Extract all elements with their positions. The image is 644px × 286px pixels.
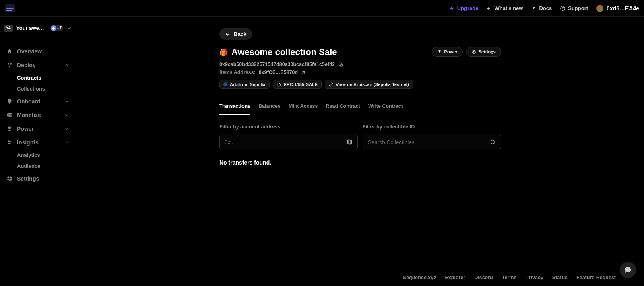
standard-chip[interactable]: ERC-1155-SALE [273,80,322,89]
svg-point-4 [8,113,12,115]
svg-point-1 [8,63,9,65]
paste-icon[interactable] [346,139,353,145]
whats-new-link[interactable]: What's new [486,5,523,11]
back-label: Back [234,31,246,37]
sidebar-item-deploy[interactable]: Deploy [3,59,73,72]
trophy-icon [6,126,13,132]
whats-new-label: What's new [494,5,523,11]
items-address: 0x9fC6…E5870d [259,70,298,75]
filter-collectible-label: Filter by collectible ID [363,124,501,130]
sidebar-item-overview[interactable]: Overview [3,45,73,58]
filter-collectible-input[interactable] [368,139,489,145]
chain-count: +7 [57,26,62,30]
svg-point-3 [9,66,10,67]
sidebar-item-collections[interactable]: Collections [17,83,73,94]
sidebar-item-contracts[interactable]: Contracts [17,72,73,83]
sidebar-item-label: Deploy [17,62,36,68]
support-link[interactable]: Support [560,5,588,11]
project-selector[interactable]: YA Your aweso… ◆ +7 [0,17,76,39]
network-icon [223,82,227,86]
svg-point-5 [8,140,10,142]
lightbulb-icon [6,98,13,105]
explorer-chip[interactable]: View on Arbiscan (Sepolia Testnet) [325,80,413,89]
network-chip[interactable]: Arbitrum Sepolia [219,80,270,89]
gear-icon [6,175,13,182]
page-title: Awesome collection Sale [231,47,337,58]
svg-point-12 [491,140,494,144]
external-link-icon[interactable] [301,70,306,75]
chain-icon: ◆ [51,25,56,31]
footer-link-privacy[interactable]: Privacy [525,275,543,280]
wallet-address: 0xd6…EA4e [607,5,639,12]
tabs: Transactions Balances Mint Access Read C… [219,99,501,115]
copy-icon[interactable] [338,62,343,67]
wallet-avatar-icon [596,5,603,12]
app-logo[interactable] [5,4,15,12]
sidebar-item-label: Overview [17,48,42,55]
chevron-down-icon [64,99,70,104]
power-button[interactable]: Power [432,47,463,57]
sidebar-item-onboard[interactable]: Onboard [3,95,73,108]
home-icon [6,48,13,55]
tab-read-contract[interactable]: Read Contract [326,99,360,115]
topbar: Upgrade What's new Docs Support [0,0,644,17]
upgrade-label: Upgrade [457,5,479,11]
sidebar: YA Your aweso… ◆ +7 Overview [0,17,76,286]
filter-account-input[interactable] [225,139,346,145]
sidebar-item-audience[interactable]: Audience [17,160,73,171]
link-icon [329,82,333,87]
settings-button[interactable]: Settings [466,47,501,57]
chevron-down-icon [64,126,70,132]
sidebar-item-insights[interactable]: Insights [3,136,73,149]
svg-point-6 [10,141,11,142]
trophy-icon [437,49,442,54]
footer-link-feature-request[interactable]: Feature Request [576,275,616,280]
sidebar-item-label: Power [17,126,34,132]
gear-icon [471,49,476,54]
chat-icon [624,266,632,274]
chevron-down-icon [66,25,72,31]
project-avatar: YA [4,25,13,32]
main-content: Back 🎁 Awesome collection Sale Power [76,17,644,286]
sidebar-item-label: Insights [17,139,39,146]
tab-mint-access[interactable]: Mint Access [289,99,318,115]
search-icon[interactable] [489,139,496,145]
footer-link-terms[interactable]: Terms [502,275,517,280]
tab-write-contract[interactable]: Write Contract [368,99,403,115]
sidebar-item-monetize[interactable]: Monetize [3,109,73,121]
chat-fab[interactable] [620,262,636,278]
filter-account-label: Filter by account address [219,124,358,130]
sidebar-item-settings[interactable]: Settings [3,172,73,185]
footer-link-sequence[interactable]: Sequence.xyz [403,275,436,280]
footer-link-discord[interactable]: Discord [474,275,493,280]
sidebar-item-power[interactable]: Power [3,122,73,135]
footer: Sequence.xyz Explorer Discord Terms Priv… [76,270,644,286]
standard-label: ERC-1155-SALE [284,82,318,87]
bolt-icon [449,6,455,11]
sidebar-item-label: Onboard [17,98,40,105]
megaphone-icon [486,6,492,11]
explorer-label: View on Arbiscan (Sepolia Testnet) [336,82,409,87]
footer-link-status[interactable]: Status [552,275,568,280]
upgrade-link[interactable]: Upgrade [449,5,479,11]
external-link-icon [531,6,537,11]
tab-transactions[interactable]: Transactions [219,99,250,115]
support-label: Support [568,5,588,11]
sidebar-item-label: Monetize [17,112,41,118]
wallet-button[interactable]: 0xd6…EA4e [596,5,639,12]
power-label: Power [444,49,458,54]
footer-link-explorer[interactable]: Explorer [445,275,466,280]
tab-balances[interactable]: Balances [258,99,281,115]
help-icon [560,6,566,11]
items-address-label: Items Address: [219,70,256,75]
coins-icon [6,112,13,118]
settings-label: Settings [479,49,496,54]
sidebar-item-analytics[interactable]: Analytics [17,150,73,160]
back-button[interactable]: Back [219,28,252,40]
svg-point-2 [10,63,12,65]
users-icon [6,139,13,146]
document-icon [277,82,281,87]
docs-link[interactable]: Docs [531,5,552,11]
contract-address: 0x9cab60bd3322571547d80a30bcacf85fa1c5ef… [219,62,335,67]
chevron-down-icon [64,112,70,118]
